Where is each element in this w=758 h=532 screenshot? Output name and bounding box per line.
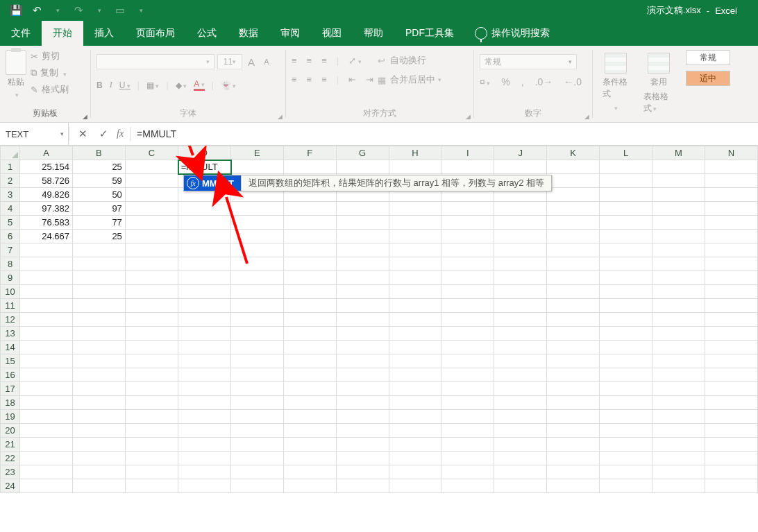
cell-C12[interactable] bbox=[125, 313, 178, 327]
cell-D10[interactable] bbox=[178, 285, 230, 299]
cell-F5[interactable] bbox=[283, 216, 336, 230]
cell-M19[interactable] bbox=[652, 410, 705, 424]
save-icon[interactable]: 💾 bbox=[10, 4, 22, 17]
cell-G15[interactable] bbox=[336, 354, 389, 368]
cell-K12[interactable] bbox=[547, 313, 600, 327]
select-all-corner[interactable] bbox=[1, 146, 20, 160]
italic-button[interactable]: I bbox=[110, 80, 112, 90]
cell-C20[interactable] bbox=[125, 424, 178, 438]
cell-A7[interactable] bbox=[19, 243, 72, 257]
cell-K14[interactable] bbox=[547, 341, 600, 354]
cell-G18[interactable] bbox=[336, 396, 389, 410]
align-left-icon[interactable]: ≡ bbox=[292, 74, 297, 85]
cell-M21[interactable] bbox=[652, 438, 705, 452]
cell-H16[interactable] bbox=[389, 368, 441, 382]
cell-B16[interactable] bbox=[72, 368, 125, 382]
cell-F24[interactable] bbox=[283, 479, 336, 493]
cell-B4[interactable]: 97 bbox=[72, 202, 125, 216]
cell-A4[interactable]: 97.382 bbox=[19, 202, 72, 216]
row-header[interactable]: 24 bbox=[1, 479, 20, 493]
cell-B13[interactable] bbox=[72, 327, 125, 341]
spreadsheet[interactable]: A B C D E F G H I J K L M N 125.15425=MM… bbox=[0, 146, 758, 532]
cell-G9[interactable] bbox=[336, 271, 389, 285]
col-header-G[interactable]: G bbox=[336, 146, 389, 160]
cell-F12[interactable] bbox=[283, 313, 336, 327]
cell-I4[interactable] bbox=[441, 202, 494, 216]
conditional-format-button[interactable]: 条件格式 bbox=[598, 50, 632, 112]
cell-L5[interactable] bbox=[600, 216, 652, 230]
cell-J23[interactable] bbox=[494, 465, 547, 479]
cell-C4[interactable] bbox=[125, 202, 178, 216]
cell-I19[interactable] bbox=[441, 410, 494, 424]
cell-M10[interactable] bbox=[652, 285, 705, 299]
cell-C23[interactable] bbox=[125, 465, 178, 479]
cell-L21[interactable] bbox=[600, 438, 652, 452]
cut-button[interactable]: 剪切 bbox=[31, 50, 69, 62]
font-name-combo[interactable] bbox=[96, 54, 214, 69]
col-header-N[interactable]: N bbox=[705, 146, 757, 160]
tab-pdf[interactable]: PDF工具集 bbox=[394, 21, 465, 46]
cell-G12[interactable] bbox=[336, 313, 389, 327]
cell-B15[interactable] bbox=[72, 354, 125, 368]
cell-N8[interactable] bbox=[705, 257, 757, 271]
cell-C5[interactable] bbox=[125, 216, 178, 230]
row-header[interactable]: 8 bbox=[1, 257, 20, 271]
tab-layout[interactable]: 页面布局 bbox=[125, 21, 186, 46]
cell-N17[interactable] bbox=[705, 382, 757, 396]
cell-L20[interactable] bbox=[600, 424, 652, 438]
cell-B6[interactable]: 25 bbox=[72, 230, 125, 243]
cell-F15[interactable] bbox=[283, 354, 336, 368]
cell-M14[interactable] bbox=[652, 341, 705, 354]
cell-F14[interactable] bbox=[283, 341, 336, 354]
shrink-font-icon[interactable]: A bbox=[260, 55, 273, 68]
cell-E24[interactable] bbox=[230, 479, 283, 493]
cell-F11[interactable] bbox=[283, 299, 336, 313]
cell-E10[interactable] bbox=[230, 285, 283, 299]
cell-I18[interactable] bbox=[441, 396, 494, 410]
cell-J20[interactable] bbox=[494, 424, 547, 438]
copy-dropdown-icon[interactable] bbox=[62, 68, 67, 78]
fx-icon[interactable]: fx bbox=[114, 128, 128, 139]
cell-D17[interactable] bbox=[178, 382, 230, 396]
cell-E5[interactable] bbox=[230, 216, 283, 230]
cell-B18[interactable] bbox=[72, 396, 125, 410]
cell-G6[interactable] bbox=[336, 230, 389, 243]
cell-B9[interactable] bbox=[72, 271, 125, 285]
cell-C10[interactable] bbox=[125, 285, 178, 299]
cell-E16[interactable] bbox=[230, 368, 283, 382]
font-color-button[interactable]: A bbox=[194, 79, 205, 91]
cell-J19[interactable] bbox=[494, 410, 547, 424]
row-header[interactable]: 11 bbox=[1, 299, 20, 313]
cell-E23[interactable] bbox=[230, 465, 283, 479]
tab-file[interactable]: 文件 bbox=[0, 21, 42, 46]
cell-J6[interactable] bbox=[494, 230, 547, 243]
cell-G14[interactable] bbox=[336, 341, 389, 354]
cell-style-normal[interactable]: 常规 bbox=[686, 50, 730, 65]
cell-I12[interactable] bbox=[441, 313, 494, 327]
cell-H12[interactable] bbox=[389, 313, 441, 327]
cell-K13[interactable] bbox=[547, 327, 600, 341]
tell-me-search[interactable]: 操作说明搜索 bbox=[465, 21, 550, 46]
cell-D9[interactable] bbox=[178, 271, 230, 285]
cell-E9[interactable] bbox=[230, 271, 283, 285]
cell-L19[interactable] bbox=[600, 410, 652, 424]
cell-E12[interactable] bbox=[230, 313, 283, 327]
cell-J8[interactable] bbox=[494, 257, 547, 271]
cell-H19[interactable] bbox=[389, 410, 441, 424]
cell-B7[interactable] bbox=[72, 243, 125, 257]
cell-K6[interactable] bbox=[547, 230, 600, 243]
cell-F7[interactable] bbox=[283, 243, 336, 257]
cell-G23[interactable] bbox=[336, 465, 389, 479]
row-header[interactable]: 14 bbox=[1, 341, 20, 354]
col-header-L[interactable]: L bbox=[600, 146, 652, 160]
cell-N11[interactable] bbox=[705, 299, 757, 313]
paste-dropdown-icon[interactable] bbox=[14, 89, 19, 99]
cell-N13[interactable] bbox=[705, 327, 757, 341]
cell-N1[interactable] bbox=[705, 160, 757, 174]
cell-A3[interactable]: 49.826 bbox=[19, 188, 72, 202]
cell-K4[interactable] bbox=[547, 202, 600, 216]
row-header[interactable]: 9 bbox=[1, 271, 20, 285]
cell-K10[interactable] bbox=[547, 285, 600, 299]
cell-A6[interactable]: 24.667 bbox=[19, 230, 72, 243]
cell-E20[interactable] bbox=[230, 424, 283, 438]
